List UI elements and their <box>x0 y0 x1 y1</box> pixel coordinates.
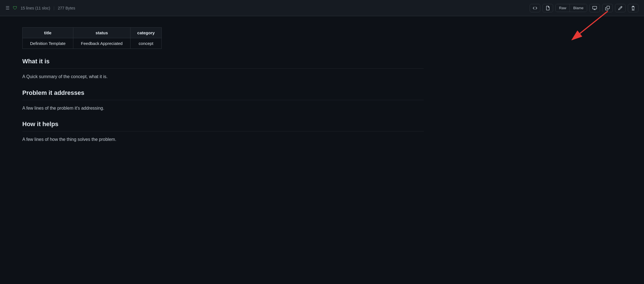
metadata-table: title status category Definition Templat… <box>22 27 162 49</box>
section-problem: Problem it addresses A few lines of the … <box>22 89 424 112</box>
table-row: Definition Template Feedback Appreciated… <box>23 38 162 49</box>
section-text-how-it-helps: A few lines of how the thing solves the … <box>22 136 424 143</box>
toolbar-left: ☰ 🛡 15 lines (11 sloc) | 277 Bytes <box>6 5 75 11</box>
section-text-what-it-is: A Quick summary of the concept, what it … <box>22 73 424 80</box>
separator: | <box>54 6 55 10</box>
table-cell-category: concept <box>130 38 162 49</box>
table-cell-title: Definition Template <box>23 38 73 49</box>
table-header-row: title status category <box>23 28 162 38</box>
copy-button[interactable] <box>602 4 613 12</box>
section-heading-how-it-helps: How it helps <box>22 121 424 131</box>
hamburger-icon[interactable]: ☰ <box>6 5 9 11</box>
table-cell-status: Feedback Appreciated <box>73 38 130 49</box>
lines-info: 15 lines (11 sloc) <box>21 6 50 10</box>
toolbar: ☰ 🛡 15 lines (11 sloc) | 277 Bytes Raw <box>0 0 644 16</box>
edit-button[interactable] <box>615 4 626 12</box>
section-text-problem: A few lines of the problem it's addressi… <box>22 105 424 112</box>
shield-icon: 🛡 <box>13 6 17 11</box>
table-header-category: category <box>130 28 162 38</box>
raw-blame-group: Raw Blame <box>555 4 587 12</box>
blame-button[interactable]: Blame <box>570 4 587 12</box>
section-heading-what-it-is: What it is <box>22 58 424 69</box>
bytes-info: 277 Bytes <box>58 6 75 10</box>
delete-button[interactable] <box>628 4 638 12</box>
symbol-view-button[interactable] <box>543 4 553 12</box>
toolbar-right: Raw Blame <box>530 4 638 12</box>
section-heading-problem: Problem it addresses <box>22 89 424 100</box>
section-what-it-is: What it is A Quick summary of the concep… <box>22 58 424 80</box>
section-how-it-helps: How it helps A few lines of how the thin… <box>22 121 424 143</box>
table-header-status: status <box>73 28 130 38</box>
raw-button[interactable]: Raw <box>556 4 570 12</box>
main-content: title status category Definition Templat… <box>0 16 446 163</box>
copy-permalink-button[interactable] <box>589 4 600 12</box>
code-view-button[interactable] <box>530 4 540 12</box>
toolbar-wrapper: ☰ 🛡 15 lines (11 sloc) | 277 Bytes Raw <box>0 0 644 16</box>
table-header-title: title <box>23 28 73 38</box>
